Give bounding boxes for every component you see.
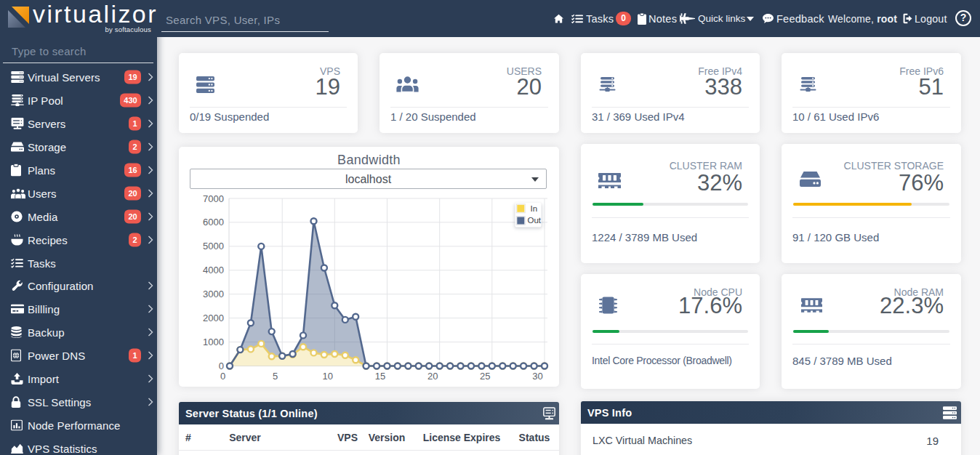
svg-text:5000: 5000 xyxy=(203,241,224,251)
svg-text:15: 15 xyxy=(375,371,385,382)
svg-text:7000: 7000 xyxy=(203,193,224,204)
svg-text:3000: 3000 xyxy=(203,289,224,299)
svg-text:0: 0 xyxy=(220,371,225,382)
svg-text:5: 5 xyxy=(273,371,278,382)
svg-text:2000: 2000 xyxy=(203,313,224,323)
svg-text:Out: Out xyxy=(528,216,542,225)
svg-text:1000: 1000 xyxy=(203,337,224,347)
svg-text:30: 30 xyxy=(532,371,542,382)
svg-text:In: In xyxy=(531,204,538,213)
svg-text:10: 10 xyxy=(323,371,333,382)
svg-text:20: 20 xyxy=(427,371,438,382)
svg-text:0: 0 xyxy=(219,361,224,371)
svg-text:6000: 6000 xyxy=(203,217,224,227)
svg-text:4000: 4000 xyxy=(203,265,224,275)
svg-text:25: 25 xyxy=(480,371,490,382)
